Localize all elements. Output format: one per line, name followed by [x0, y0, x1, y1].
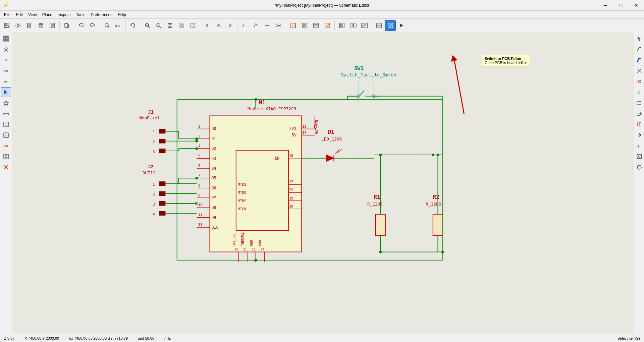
svg-text:MTDI: MTDI	[238, 182, 247, 187]
copy-button[interactable]	[61, 20, 72, 31]
menu-view[interactable]: View	[25, 12, 40, 18]
right-sidebar: A T	[634, 32, 644, 334]
svg-rect-39	[350, 24, 353, 27]
svg-rect-56	[5, 123, 5, 126]
zoom-sel-button[interactable]	[176, 20, 187, 31]
minimize-button[interactable]: ─	[598, 0, 613, 11]
zoom-fit-button[interactable]	[165, 20, 175, 31]
r-sym-btn[interactable]	[634, 119, 644, 129]
sep7	[237, 21, 237, 30]
svg-text:21: 21	[243, 248, 247, 251]
sym-fields-button[interactable]	[311, 20, 321, 31]
svg-rect-57	[6, 123, 6, 126]
extra1-button[interactable]	[374, 20, 384, 31]
save-button[interactable]	[1, 20, 12, 31]
assign-fp-button[interactable]	[348, 20, 359, 31]
print-button[interactable]	[36, 20, 46, 31]
select-all-btn[interactable]	[1, 34, 11, 44]
units-mil-btn[interactable]: mil	[1, 66, 11, 76]
svg-text:19: 19	[289, 196, 293, 200]
grid-btn[interactable]	[1, 152, 11, 162]
svg-text:J1: J1	[148, 109, 154, 115]
r-bus-btn[interactable]	[634, 55, 644, 65]
r-cursor-btn[interactable]	[634, 34, 644, 44]
mirror-button[interactable]	[273, 20, 284, 31]
svg-marker-28	[268, 25, 269, 26]
menu-place[interactable]: Place	[40, 12, 55, 18]
svg-text:D6: D6	[211, 186, 216, 190]
measure-btn[interactable]	[1, 109, 11, 119]
svg-text:18: 18	[289, 154, 293, 158]
menu-help[interactable]: Help	[115, 12, 129, 18]
r-img-btn[interactable]	[634, 152, 644, 162]
svg-text:24: 24	[261, 248, 264, 251]
svg-rect-63	[4, 154, 8, 159]
units-mm-btn[interactable]: mm	[1, 76, 11, 87]
r-pwr-btn[interactable]	[634, 130, 644, 140]
cursor-btn[interactable]	[1, 87, 11, 97]
schematic-canvas[interactable]: Switch to PCB Editor Open PCB in board e…	[12, 32, 634, 334]
undo-button[interactable]	[76, 20, 87, 31]
print2-button[interactable]	[47, 20, 58, 31]
menu-edit[interactable]: Edit	[13, 12, 25, 18]
line1-button[interactable]	[239, 20, 250, 31]
coordinates: X 7450.00 Y 2000.00	[24, 336, 59, 340]
svg-text:16: 16	[314, 125, 318, 128]
new-button[interactable]	[24, 20, 35, 31]
zoom-out-button[interactable]	[153, 20, 164, 31]
svg-text:BAT_GND: BAT_GND	[232, 233, 236, 246]
svg-rect-164	[159, 149, 166, 153]
svg-text:11: 11	[198, 223, 202, 227]
units-display: mils	[164, 336, 171, 340]
erc2-button[interactable]	[322, 20, 333, 31]
menu-preferences[interactable]: Preferences	[88, 12, 115, 18]
annotate-button[interactable]: AB	[113, 20, 124, 31]
zoom-in-button[interactable]	[142, 20, 153, 31]
line2-button[interactable]	[251, 20, 261, 31]
nav-back-button[interactable]	[202, 20, 213, 31]
menu-inspect[interactable]: Inspect	[55, 12, 73, 18]
close-button[interactable]: ✕	[629, 0, 644, 11]
settings-button[interactable]	[13, 20, 23, 31]
find-button[interactable]	[102, 20, 112, 31]
redo-button[interactable]	[87, 20, 98, 31]
menu-tools[interactable]: Tools	[73, 12, 88, 18]
svg-text:EN: EN	[275, 156, 279, 161]
net-navigator-btn[interactable]	[1, 44, 11, 54]
erc-button[interactable]: !?	[288, 20, 299, 31]
svg-text:DHT11: DHT11	[143, 170, 155, 175]
r-circle-btn[interactable]	[634, 162, 644, 172]
zoom-page-button[interactable]	[187, 20, 198, 31]
svg-text:2: 2	[198, 125, 200, 128]
window-title: *MyFinalProject [MyFinalProject] — Schem…	[275, 3, 370, 8]
bom-button[interactable]	[336, 20, 347, 31]
svg-text:D2: D2	[211, 146, 216, 151]
r-label-btn[interactable]: A	[634, 87, 644, 97]
barchart-btn[interactable]	[1, 119, 11, 129]
r42-btn[interactable]: R42	[1, 141, 11, 151]
netlist-button[interactable]	[299, 20, 310, 31]
r-hier-btn[interactable]	[634, 109, 644, 119]
svg-rect-185	[159, 211, 166, 216]
script-button[interactable]	[396, 20, 407, 31]
list-btn[interactable]	[1, 130, 11, 140]
sep2	[74, 21, 74, 30]
highlight-btn[interactable]	[1, 98, 11, 108]
r-text-btn[interactable]: T	[634, 141, 644, 151]
svg-point-51	[5, 47, 7, 50]
maximize-button[interactable]: □	[613, 0, 629, 11]
menu-file[interactable]: File	[1, 12, 13, 18]
nav-fwd-button[interactable]	[225, 20, 235, 31]
r-net-btn[interactable]	[634, 66, 644, 76]
r-noconn-btn[interactable]	[634, 76, 644, 87]
svg-text:20: 20	[289, 205, 293, 208]
nav-up-button[interactable]	[213, 20, 224, 31]
refresh-button[interactable]	[127, 20, 138, 31]
sim-button[interactable]	[359, 20, 370, 31]
cross-btn[interactable]	[1, 162, 11, 172]
units-in-btn[interactable]: in	[1, 55, 11, 65]
pcb-editor-button[interactable]	[385, 20, 396, 31]
r-global-btn[interactable]	[634, 98, 644, 108]
r-wire-btn[interactable]	[634, 44, 644, 54]
line3-button[interactable]	[262, 20, 273, 31]
